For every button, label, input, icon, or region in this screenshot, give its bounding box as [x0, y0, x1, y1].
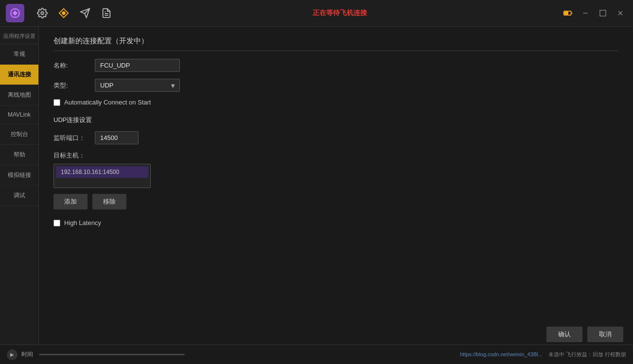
target-host-section: 目标主机： 192.168.10.161:14500	[53, 151, 618, 188]
confirm-button[interactable]: 确认	[546, 327, 582, 342]
sidebar-item-normal[interactable]: 常规	[0, 44, 38, 65]
svg-point-2	[41, 12, 44, 15]
sidebar: 应用程序设置 常规 通讯连接 离线地图 MAVLink 控制台 帮助 模拟链接 …	[0, 27, 39, 345]
host-list: 192.168.10.161:14500	[53, 164, 151, 188]
high-latency-checkbox[interactable]	[53, 220, 60, 226]
app-logo[interactable]	[6, 4, 24, 22]
sidebar-header: 应用程序设置	[0, 29, 38, 44]
port-label: 监听端口：	[53, 134, 95, 142]
high-latency-label[interactable]: High Latency	[64, 219, 101, 226]
content-area: 创建新的连接配置（开发中） 名称: 类型: UDP TCP Serial RTK…	[39, 27, 633, 345]
svg-point-1	[14, 12, 17, 15]
name-input[interactable]	[95, 59, 180, 72]
auto-connect-checkbox[interactable]	[53, 99, 60, 106]
main-layout: 应用程序设置 常规 通讯连接 离线地图 MAVLink 控制台 帮助 模拟链接 …	[0, 27, 633, 345]
play-button[interactable]: ▶	[7, 349, 18, 360]
bottom-link: https://blog.csdn.net/weixin_43Bl... 未选中…	[460, 351, 626, 358]
settings-icon[interactable]	[33, 4, 52, 22]
port-row: 监听端口：	[53, 131, 618, 144]
bottom-status-text: 未选中 飞行效益：回放 行程数据	[548, 351, 626, 357]
maximize-icon[interactable]	[596, 6, 610, 20]
host-list-item[interactable]: 192.168.10.161:14500	[56, 166, 148, 178]
battery-icon	[561, 6, 575, 20]
remove-button[interactable]: 移除	[92, 194, 126, 209]
time-label: 时间	[21, 350, 33, 359]
type-row: 类型: UDP TCP Serial RTK GPS Bluetooth ▼	[53, 79, 618, 92]
sidebar-item-comm[interactable]: 通讯连接	[0, 65, 38, 85]
sidebar-item-debug[interactable]: 调试	[0, 186, 38, 206]
svg-rect-10	[564, 12, 568, 15]
name-label: 名称:	[53, 61, 95, 70]
dialog-footer: 确认 取消	[546, 327, 623, 342]
cancel-button[interactable]: 取消	[587, 327, 623, 342]
connection-status: 正在等待飞机连接	[119, 9, 561, 17]
toolbar-right	[561, 6, 627, 20]
sidebar-item-simlink[interactable]: 模拟链接	[0, 165, 38, 186]
sidebar-item-offlinemap[interactable]: 离线地图	[0, 85, 38, 105]
sidebar-item-mavlink[interactable]: MAVLink	[0, 105, 38, 124]
page-title: 创建新的连接配置（开发中）	[53, 36, 618, 51]
bottom-bar: ▶ 时间 https://blog.csdn.net/weixin_43Bl..…	[0, 345, 633, 364]
add-button[interactable]: 添加	[53, 194, 88, 209]
send-icon[interactable]	[76, 4, 94, 22]
type-select-wrapper: UDP TCP Serial RTK GPS Bluetooth ▼	[95, 79, 180, 92]
sidebar-item-help[interactable]: 帮助	[0, 145, 38, 165]
udp-section-title: UDP连接设置	[53, 116, 618, 124]
svg-point-3	[62, 12, 65, 15]
name-row: 名称:	[53, 59, 618, 72]
svg-rect-12	[600, 10, 606, 16]
port-input[interactable]	[95, 131, 139, 144]
minimize-icon[interactable]	[579, 6, 592, 20]
auto-connect-row: Automatically Connect on Start	[53, 99, 618, 106]
type-select[interactable]: UDP TCP Serial RTK GPS Bluetooth	[95, 79, 180, 92]
vehicle-icon[interactable]	[54, 4, 73, 22]
add-remove-row: 添加 移除	[53, 194, 618, 209]
high-latency-row: High Latency	[53, 219, 618, 226]
bottom-link-text: https://blog.csdn.net/weixin_43Bl... 未选中…	[460, 351, 626, 357]
toolbar: 正在等待飞机连接	[0, 0, 633, 27]
document-icon[interactable]	[97, 4, 116, 22]
target-host-label: 目标主机：	[53, 151, 618, 160]
sidebar-item-console[interactable]: 控制台	[0, 124, 38, 145]
auto-connect-label[interactable]: Automatically Connect on Start	[64, 99, 151, 106]
timeline-slider[interactable]	[39, 354, 185, 355]
type-label: 类型:	[53, 81, 95, 90]
close-icon[interactable]	[614, 6, 627, 20]
